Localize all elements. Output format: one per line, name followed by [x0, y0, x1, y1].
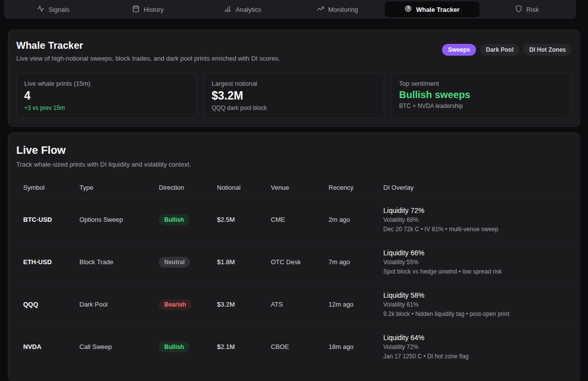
- volatility-value: Volatility 72%: [383, 344, 565, 350]
- live-flow-card: Live Flow Track whale-sized prints with …: [8, 133, 580, 381]
- live-flow-subtitle: Track whale-sized prints with DI liquidi…: [16, 161, 572, 168]
- type-cell: Options Sweep: [79, 216, 159, 223]
- table-row[interactable]: BTC-USD Options Sweep Bullish $2.5M CME …: [16, 199, 572, 241]
- nav-item-label: Risk: [526, 6, 539, 13]
- type-cell: Block Trade: [79, 258, 159, 266]
- liquidity-value: Liquidity 72%: [383, 207, 565, 214]
- notional-cell: $2.5M: [217, 216, 271, 223]
- stat-card-largest-notional: Largest notional $3.2M QQQ dark pool blo…: [204, 73, 384, 118]
- overlay-detail: Dec 20 72k C • IV 81% • multi-venue swee…: [383, 226, 565, 233]
- volatility-value: Volatility 55%: [383, 259, 565, 266]
- top-nav: Signals History Analytics Monitoring Wha…: [4, 0, 576, 19]
- recency-cell: 7m ago: [329, 258, 383, 266]
- stat-value: $3.2M: [212, 89, 376, 103]
- overlay-detail: 9.2k block • hidden liquidity tag • post…: [383, 311, 565, 317]
- nav-item-history[interactable]: History: [101, 1, 195, 17]
- venue-cell: ATS: [271, 301, 329, 308]
- column-header-recency: Recency: [329, 184, 383, 191]
- column-header-symbol: Symbol: [23, 184, 79, 191]
- stat-subtext: +3 vs prev 15m: [24, 104, 189, 111]
- di-overlay-cell: Liquidity 72% Volatility 68% Dec 20 72k …: [383, 199, 565, 241]
- table-row[interactable]: QQQ Dark Pool Bearish $3.2M ATS 12m ago …: [16, 283, 572, 326]
- stat-card-live-whale-prints: Live whale prints (15m) 4 +3 vs prev 15m: [16, 73, 197, 118]
- venue-cell: CME: [271, 216, 329, 223]
- stat-label: Top sentiment: [399, 80, 564, 87]
- bar-chart-icon: [224, 5, 231, 14]
- overlay-detail: Spot block vs hedge unwind • low spread …: [383, 268, 565, 275]
- column-header-di-overlay: DI Overlay: [383, 184, 565, 191]
- nav-item-label: Monitoring: [328, 6, 358, 13]
- recency-cell: 2m ago: [329, 216, 383, 223]
- filter-pill-group: Sweeps Dark Pool DI Hot Zones: [442, 44, 572, 56]
- type-cell: Call Sweep: [79, 343, 159, 350]
- whale-tracker-summary-card: Whale Tracker Live view of high-notional…: [8, 30, 580, 127]
- nav-item-label: Whale Tracker: [416, 6, 459, 13]
- notional-cell: $3.2M: [217, 301, 271, 308]
- liquidity-value: Liquidity 58%: [383, 291, 565, 299]
- column-header-venue: Venue: [271, 184, 329, 191]
- column-header-direction: Direction: [159, 184, 217, 191]
- nav-item-signals[interactable]: Signals: [6, 1, 101, 17]
- direction-badge: Bullish: [159, 342, 189, 352]
- direction-badge: Bearish: [159, 299, 191, 310]
- type-cell: Dark Pool: [79, 301, 159, 308]
- nav-item-label: Signals: [48, 6, 70, 13]
- table-row[interactable]: NVDA Call Sweep Bullish $2.1M CBOE 18m a…: [16, 326, 572, 368]
- page-subtitle: Live view of high-notional sweeps, block…: [16, 55, 280, 62]
- volatility-value: Volatility 68%: [383, 216, 565, 223]
- shield-icon: [515, 5, 522, 14]
- symbol-cell: ETH-USD: [23, 258, 79, 266]
- symbol-cell: NVDA: [23, 343, 79, 350]
- stat-subtext: QQQ dark pool block: [212, 104, 376, 111]
- column-header-type: Type: [79, 184, 159, 191]
- stat-value: Bullish sweeps: [399, 89, 564, 101]
- page-title: Whale Tracker: [16, 40, 280, 51]
- overlay-detail: Jan 17 1250 C • DI hot zone flag: [383, 353, 565, 360]
- venue-cell: OTC Desk: [271, 258, 329, 266]
- nav-item-label: History: [144, 6, 163, 13]
- di-overlay-cell: Liquidity 64% Volatility 72% Jan 17 1250…: [383, 326, 565, 368]
- filter-pill-sweeps[interactable]: Sweeps: [442, 44, 476, 56]
- table-header-row: Symbol Type Direction Notional Venue Rec…: [16, 181, 572, 199]
- calendar-icon: [132, 5, 140, 14]
- radar-icon: [404, 5, 412, 14]
- direction-badge: Neutral: [159, 257, 190, 268]
- nav-item-risk[interactable]: Risk: [479, 1, 574, 17]
- live-flow-table: Symbol Type Direction Notional Venue Rec…: [16, 181, 572, 368]
- stat-label: Live whale prints (15m): [24, 80, 189, 87]
- table-row[interactable]: ETH-USD Block Trade Neutral $1.8M OTC De…: [16, 241, 572, 283]
- filter-pill-dark-pool[interactable]: Dark Pool: [480, 44, 519, 56]
- recency-cell: 12m ago: [329, 301, 383, 308]
- liquidity-value: Liquidity 66%: [383, 249, 565, 257]
- live-flow-title: Live Flow: [16, 144, 572, 157]
- di-overlay-cell: Liquidity 58% Volatility 61% 9.2k block …: [383, 283, 565, 325]
- venue-cell: CBOE: [271, 343, 329, 350]
- stat-value: 4: [24, 89, 189, 103]
- stat-card-row: Live whale prints (15m) 4 +3 vs prev 15m…: [16, 73, 572, 118]
- nav-item-label: Analytics: [235, 6, 261, 13]
- di-overlay-cell: Liquidity 66% Volatility 55% Spot block …: [383, 241, 565, 283]
- trending-up-icon: [317, 5, 324, 14]
- direction-badge: Bullish: [159, 214, 189, 225]
- symbol-cell: QQQ: [23, 301, 79, 308]
- nav-item-monitoring[interactable]: Monitoring: [290, 1, 385, 17]
- nav-item-analytics[interactable]: Analytics: [195, 1, 290, 17]
- stat-label: Largest notional: [212, 80, 376, 87]
- liquidity-value: Liquidity 64%: [383, 334, 565, 342]
- volatility-value: Volatility 61%: [383, 301, 565, 308]
- main-content: Whale Tracker Live view of high-notional…: [0, 19, 588, 381]
- symbol-cell: BTC-USD: [23, 216, 79, 223]
- notional-cell: $2.1M: [217, 343, 271, 350]
- filter-pill-di-hot-zones[interactable]: DI Hot Zones: [523, 44, 572, 56]
- nav-item-whale-tracker[interactable]: Whale Tracker: [385, 1, 479, 17]
- stat-subtext: BTC + NVDA leadership: [399, 103, 564, 109]
- column-header-notional: Notional: [217, 184, 271, 191]
- recency-cell: 18m ago: [329, 343, 383, 350]
- stat-card-top-sentiment: Top sentiment Bullish sweeps BTC + NVDA …: [391, 73, 572, 118]
- activity-icon: [37, 5, 44, 14]
- notional-cell: $1.8M: [217, 258, 271, 266]
